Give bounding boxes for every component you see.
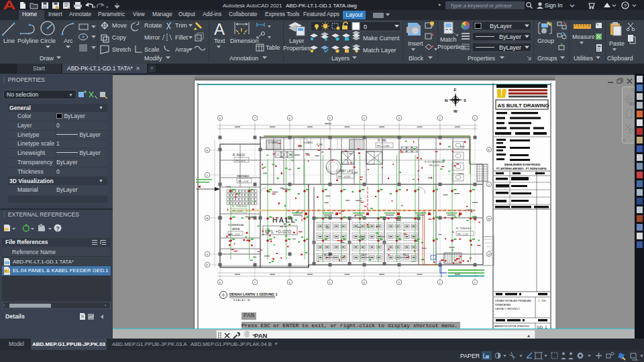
svg-text:R. TUNGGU: R. TUNGGU bbox=[456, 227, 471, 230]
svg-text:AS BUILT DRAWING: AS BUILT DRAWING bbox=[498, 103, 549, 109]
svg-text:Rotate: Rotate bbox=[144, 22, 162, 29]
svg-text:Modify: Modify bbox=[144, 55, 162, 62]
svg-text:FFL +0.02: FFL +0.02 bbox=[229, 233, 240, 236]
svg-text:1: 1 bbox=[474, 117, 476, 120]
svg-text:S: S bbox=[464, 99, 466, 103]
svg-text:R. DY INTERKOM: R. DY INTERKOM bbox=[425, 161, 445, 164]
svg-text:?: ? bbox=[56, 225, 60, 232]
svg-text:S K A L A 1 : 30: S K A L A 1 : 30 bbox=[233, 299, 250, 302]
svg-text:7: 7 bbox=[254, 117, 256, 120]
svg-text:J: J bbox=[488, 183, 490, 186]
svg-text:ByLayer: ByLayer bbox=[499, 44, 521, 51]
svg-text:MANAJEMEN KONSTRUKSI: MANAJEMEN KONSTRUKSI bbox=[504, 163, 540, 166]
svg-text:FFL +4.20: FFL +4.20 bbox=[429, 164, 439, 167]
svg-text:ABB/MEP/GD1/PPUB-JPIM&PK/03: ABB/MEP/GD1/PPUB-JPIM&PK/03 bbox=[494, 325, 529, 328]
svg-text:Properties: Properties bbox=[468, 55, 496, 62]
svg-text:Draw: Draw bbox=[40, 55, 54, 62]
svg-text:FARMASI: FARMASI bbox=[237, 174, 249, 178]
svg-text:Dimension: Dimension bbox=[230, 38, 259, 44]
svg-text:5: 5 bbox=[329, 117, 331, 120]
svg-text:ByLayer: ByLayer bbox=[499, 34, 521, 40]
svg-text:DENAH INSTALASI PEMADAM: DENAH INSTALASI PEMADAM bbox=[495, 300, 531, 302]
svg-text:Utilities: Utilities bbox=[574, 55, 594, 62]
svg-text:5: 5 bbox=[329, 281, 331, 284]
svg-text:N: N bbox=[445, 99, 447, 103]
svg-text:Make Current: Make Current bbox=[363, 35, 400, 42]
svg-text:LOBBY LIFT: LOBBY LIFT bbox=[336, 170, 354, 173]
svg-text:Block: Block bbox=[409, 55, 424, 62]
svg-text:R. PANEL: R. PANEL bbox=[268, 141, 278, 144]
svg-text:KOMERSIAL: KOMERSIAL bbox=[228, 223, 245, 227]
svg-text:FFL +0.02: FFL +0.02 bbox=[232, 210, 243, 213]
svg-text:2D: 2D bbox=[629, 102, 635, 106]
svg-text:R. AHU: R. AHU bbox=[352, 172, 358, 174]
svg-text:Stretch: Stretch bbox=[112, 46, 131, 53]
svg-text:G: G bbox=[488, 253, 490, 256]
svg-text:J: J bbox=[206, 174, 207, 177]
svg-text:Text: Text bbox=[214, 38, 225, 44]
svg-text:Measure: Measure bbox=[572, 34, 595, 40]
svg-text:3: 3 bbox=[398, 281, 400, 284]
svg-text:A: A bbox=[214, 20, 225, 38]
svg-text:R. ME: R. ME bbox=[317, 143, 323, 146]
svg-text:Line: Line bbox=[3, 38, 15, 44]
svg-text:WA-03: WA-03 bbox=[402, 253, 409, 256]
svg-text:Scale: Scale bbox=[144, 46, 160, 53]
svg-text:G: G bbox=[206, 253, 208, 256]
svg-text:F: F bbox=[206, 263, 208, 267]
svg-text:ByLayer: ByLayer bbox=[490, 23, 512, 29]
svg-text:0: 0 bbox=[364, 23, 367, 30]
svg-text:HALL: HALL bbox=[272, 216, 297, 224]
svg-text:Array: Array bbox=[175, 46, 190, 53]
svg-text:6: 6 bbox=[289, 117, 291, 120]
svg-text:2: 2 bbox=[439, 117, 441, 120]
svg-text:H: H bbox=[206, 217, 208, 220]
svg-text:Clipboard: Clipboard bbox=[607, 55, 633, 62]
svg-text:FFL +1.000: FFL +1.000 bbox=[377, 145, 389, 147]
svg-text:Group: Group bbox=[537, 38, 554, 44]
svg-text:Layers: Layers bbox=[331, 55, 350, 62]
svg-text:LANTAI 1 GEDUNG 1: LANTAI 1 GEDUNG 1 bbox=[495, 308, 520, 310]
svg-text:R. TUNGGU: R. TUNGGU bbox=[232, 204, 247, 208]
svg-text:Layer: Layer bbox=[289, 38, 305, 44]
svg-text:J. AKT RAK: J. AKT RAK bbox=[322, 253, 333, 256]
svg-text:K: K bbox=[488, 148, 490, 152]
svg-text:Copy: Copy bbox=[112, 34, 127, 41]
svg-text:8: 8 bbox=[219, 281, 221, 284]
svg-text:7: 7 bbox=[254, 281, 256, 284]
svg-text:1 : 200: 1 : 200 bbox=[538, 300, 546, 302]
svg-text:W: W bbox=[453, 109, 458, 113]
svg-text:H: H bbox=[488, 217, 490, 221]
svg-text:Move: Move bbox=[112, 22, 127, 29]
svg-text:FFL +0.020: FFL +0.020 bbox=[338, 176, 350, 178]
svg-text:Mirror: Mirror bbox=[144, 34, 160, 41]
svg-text:Insert: Insert bbox=[408, 40, 423, 47]
svg-text:PT. ARTEFAK ARKINDO - PT. INDR: PT. ARTEFAK ARKINDO - PT. INDRA KARYA bbox=[496, 168, 547, 170]
svg-text:DENAH LANTAI 1 GEDUNG 1: DENAH LANTAI 1 GEDUNG 1 bbox=[229, 292, 277, 296]
svg-text:Fillet: Fillet bbox=[175, 34, 189, 41]
svg-text:6: 6 bbox=[289, 281, 291, 284]
svg-text:Match Layer: Match Layer bbox=[363, 47, 396, 54]
svg-text:R. RACK: R. RACK bbox=[233, 154, 245, 157]
svg-text:Annotation: Annotation bbox=[229, 55, 258, 62]
svg-text:Groups: Groups bbox=[537, 55, 557, 62]
svg-text:Properties: Properties bbox=[283, 45, 311, 52]
svg-text:Match: Match bbox=[440, 36, 457, 43]
svg-text:4: 4 bbox=[364, 281, 366, 284]
svg-text:8: 8 bbox=[219, 117, 221, 120]
svg-text:2: 2 bbox=[439, 281, 441, 284]
svg-text:K: K bbox=[206, 149, 208, 152]
svg-text:FFL +0.3: FFL +0.3 bbox=[235, 160, 245, 162]
svg-text:KEBAKARAN: KEBAKARAN bbox=[495, 304, 511, 306]
svg-text:Trim: Trim bbox=[175, 22, 187, 29]
svg-text:4: 4 bbox=[364, 117, 366, 120]
svg-text:1: 1 bbox=[474, 281, 476, 284]
svg-text:Arc: Arc bbox=[64, 38, 73, 44]
svg-text:R. ME: R. ME bbox=[378, 139, 386, 142]
svg-text:E: E bbox=[454, 88, 457, 92]
svg-text:AREA: AREA bbox=[232, 227, 240, 231]
svg-text:FFL +1.34: FFL +1.34 bbox=[458, 233, 468, 236]
svg-text:FFL +0.02: FFL +0.02 bbox=[238, 180, 249, 183]
svg-text:Paste: Paste bbox=[609, 40, 625, 47]
svg-text:Circle: Circle bbox=[40, 38, 56, 44]
